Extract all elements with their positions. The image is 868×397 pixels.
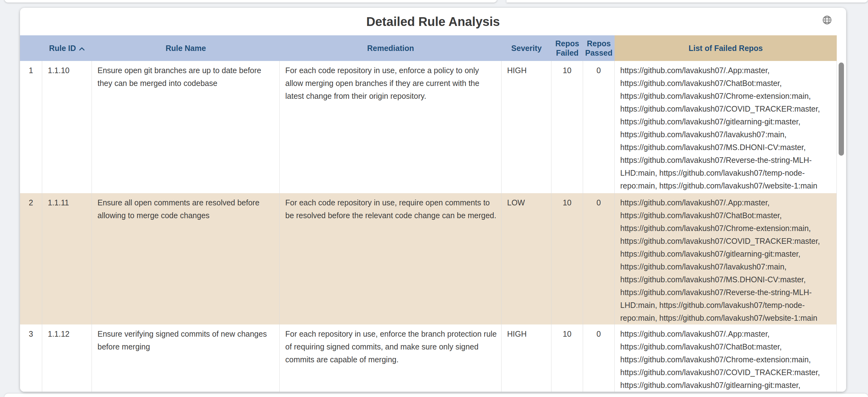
table-row: 2 1.1.11 Ensure all open comments are re… bbox=[20, 193, 837, 325]
cell-repos-failed: 10 bbox=[552, 61, 583, 193]
table-scrollbar-track[interactable] bbox=[837, 35, 846, 392]
column-header-rule-id[interactable]: Rule ID bbox=[42, 35, 92, 61]
cell-failed-repos: https://github.com/lavakush07/.App:maste… bbox=[615, 193, 837, 325]
cell-severity: HIGH bbox=[501, 325, 552, 392]
cell-severity: HIGH bbox=[501, 61, 552, 193]
cell-repos-failed: 10 bbox=[552, 193, 583, 325]
cell-repos-failed: 10 bbox=[552, 325, 583, 392]
globe-icon[interactable] bbox=[822, 15, 832, 25]
table-row: 1 1.1.10 Ensure open git branches are up… bbox=[20, 61, 837, 193]
page: Detailed Rule Analysis Rule ID bbox=[0, 0, 868, 397]
cell-remediation: For each code repository in use, enforce… bbox=[280, 61, 501, 193]
cell-index: 2 bbox=[20, 193, 42, 325]
column-header-severity[interactable]: Severity bbox=[501, 35, 552, 61]
rule-analysis-table: Rule ID Rule Name Remediation Severity bbox=[20, 35, 837, 392]
cell-failed-repos: https://github.com/lavakush07/.App:maste… bbox=[615, 325, 837, 392]
cell-severity: LOW bbox=[501, 193, 552, 325]
table-scrollbar-thumb[interactable] bbox=[839, 63, 844, 156]
column-header-remediation[interactable]: Remediation bbox=[280, 35, 501, 61]
cell-repos-passed: 0 bbox=[583, 61, 615, 193]
partial-card-top-right bbox=[506, 0, 868, 2]
cell-rule-name: Ensure verifying signed commits of new c… bbox=[92, 325, 280, 392]
cell-rule-id: 1.1.10 bbox=[42, 61, 92, 193]
cell-remediation: For each code repository in use, require… bbox=[280, 193, 501, 325]
partial-card-top-left bbox=[4, 0, 497, 2]
table-row: 3 1.1.12 Ensure verifying signed commits… bbox=[20, 325, 837, 392]
sort-ascending-icon bbox=[79, 47, 85, 51]
cell-index: 1 bbox=[20, 61, 42, 193]
table-header-row: Rule ID Rule Name Remediation Severity bbox=[20, 35, 837, 61]
cell-rule-id: 1.1.12 bbox=[42, 325, 92, 392]
cell-failed-repos: https://github.com/lavakush07/.App:maste… bbox=[615, 61, 837, 193]
cell-rule-name: Ensure all open comments are resolved be… bbox=[92, 193, 280, 325]
column-header-repos-failed[interactable]: Repos Failed bbox=[552, 35, 583, 61]
cell-index: 3 bbox=[20, 325, 42, 392]
rule-analysis-card: Detailed Rule Analysis Rule ID bbox=[20, 8, 846, 392]
column-header-failed-repos[interactable]: List of Failed Repos bbox=[615, 35, 837, 61]
column-header-rule-name[interactable]: Rule Name bbox=[92, 35, 280, 61]
page-title: Detailed Rule Analysis bbox=[20, 8, 846, 35]
column-header-repos-passed[interactable]: Repos Passed bbox=[583, 35, 615, 61]
column-header-rule-id-label: Rule ID bbox=[49, 43, 76, 53]
cell-remediation: For each repository in use, enforce the … bbox=[280, 325, 501, 392]
cell-rule-id: 1.1.11 bbox=[42, 193, 92, 325]
cell-repos-passed: 0 bbox=[583, 325, 615, 392]
card-header: Detailed Rule Analysis bbox=[20, 8, 846, 35]
partial-card-bottom bbox=[4, 394, 868, 397]
column-header-index[interactable] bbox=[20, 35, 42, 61]
cell-repos-passed: 0 bbox=[583, 193, 615, 325]
cell-rule-name: Ensure open git branches are up to date … bbox=[92, 61, 280, 193]
table-body: 1 1.1.10 Ensure open git branches are up… bbox=[20, 61, 837, 392]
